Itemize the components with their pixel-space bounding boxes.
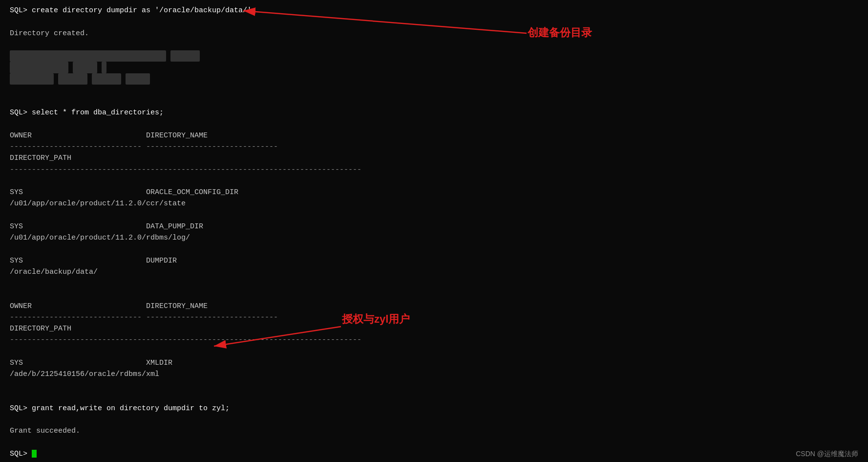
line-path4: /ade/b/2125410156/oracle/rdbms/xml <box>10 369 858 380</box>
line-sep3: ------------------------------ ---------… <box>10 312 858 323</box>
line-grant-success: Grant succeeded. <box>10 425 858 437</box>
line-path2: /u01/app/oracle/product/11.2.0/rdbms/log… <box>10 232 858 243</box>
line-3: Directory created. <box>10 28 858 39</box>
line-prompt: SQL> <box>10 448 858 460</box>
line-blank-10 <box>10 380 858 391</box>
line-4 <box>10 39 858 50</box>
line-header1: OWNER DIRECTORY_NAME <box>10 130 858 141</box>
terminal-output: SQL> create directory dumpdir as '/oracl… <box>0 0 868 462</box>
line-select: SQL> select * from dba_directories; <box>10 107 858 118</box>
as-keyword: as <box>142 6 150 15</box>
line-sep1: ------------------------------ ---------… <box>10 141 858 153</box>
line-blank-11 <box>10 392 858 403</box>
line-sys1: SYS ORACLE_OCM_CONFIG_DIR <box>10 187 858 198</box>
line-blank-2 <box>10 96 858 107</box>
line-header2: OWNER DIRECTORY_NAME <box>10 301 858 312</box>
line-blank-1 <box>10 85 858 96</box>
line-blank-7 <box>10 278 858 289</box>
blurred-line-3 <box>10 73 858 85</box>
line-dir-path2: DIRECTORY_PATH <box>10 323 858 334</box>
line-sys3: SYS DUMPDIR <box>10 255 858 266</box>
line-blank-4 <box>10 176 858 187</box>
line-blank-13 <box>10 437 858 448</box>
line-blank-12 <box>10 414 858 425</box>
line-blank-6 <box>10 243 858 255</box>
blurred-line-2 <box>10 62 858 73</box>
line-dir-path1: DIRECTORY_PATH <box>10 153 858 164</box>
line-2 <box>10 16 858 27</box>
watermark: CSDN @运维魔法师 <box>796 450 858 459</box>
cursor-block <box>32 450 37 458</box>
line-sys2: SYS DATA_PUMP_DIR <box>10 221 858 232</box>
line-1: SQL> create directory dumpdir as '/oracl… <box>10 5 858 16</box>
line-blank-3 <box>10 119 858 130</box>
line-blank-8 <box>10 289 858 300</box>
line-path1: /u01/app/oracle/product/11.2.0/ccr/state <box>10 198 858 209</box>
line-blank-9 <box>10 346 858 357</box>
line-blank-5 <box>10 210 858 221</box>
line-sys4: SYS XMLDIR <box>10 357 858 369</box>
blurred-line-1 <box>10 50 858 62</box>
line-grant: SQL> grant read,write on directory dumpd… <box>10 403 858 414</box>
line-path3: /oracle/backup/data/ <box>10 266 858 278</box>
line-sep2: ----------------------------------------… <box>10 164 858 176</box>
line-sep4: ----------------------------------------… <box>10 334 858 346</box>
